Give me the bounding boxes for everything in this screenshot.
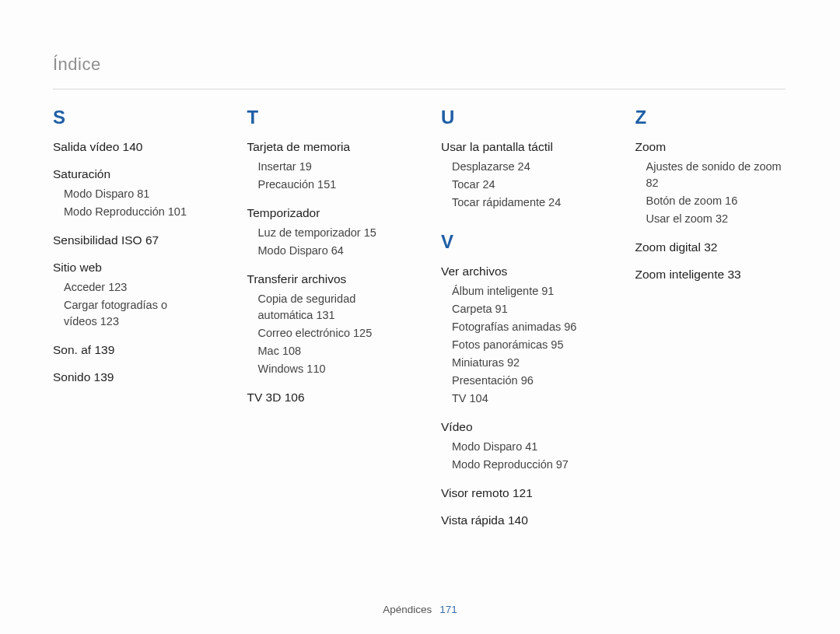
index-sub-item: Botón de zoom 16: [646, 193, 786, 209]
index-topic: Zoom: [635, 139, 786, 156]
index-topic-label: Temporizador: [247, 206, 320, 219]
index-topic: Sitio web: [53, 260, 204, 276]
index-topic: Usar la pantalla táctil: [441, 139, 592, 156]
index-topic: Sensibilidad ISO 67: [53, 233, 204, 249]
index-sub-item: Presentación 96: [452, 373, 592, 389]
index-sub-page: 41: [522, 440, 537, 453]
index-sub-item: Copia de seguridad automática 131: [258, 291, 398, 324]
index-sub-item: TV 104: [452, 391, 592, 407]
index-sub-label: Acceder: [64, 281, 105, 293]
index-sub-item: Usar el zoom 32: [646, 211, 786, 227]
index-sub-page: 24: [479, 178, 495, 191]
index-sub-list: Modo Disparo 81Modo Reproducción 101: [64, 186, 204, 220]
index-sub-page: 91: [538, 285, 554, 297]
index-topic-label: Zoom digital: [635, 240, 701, 254]
index-sub-label: Desplazarse: [452, 160, 515, 173]
index-topic: Vista rápida 140: [441, 513, 592, 529]
index-sub-page: 104: [467, 392, 488, 405]
index-sub-label: Botón de zoom: [646, 194, 723, 207]
index-column: ZZoomAjustes de sonido de zoom 82Botón d…: [635, 107, 786, 540]
index-topic-label: Sitio web: [53, 261, 102, 274]
index-sub-label: Insertar: [258, 160, 296, 173]
index-sub-label: Miniaturas: [452, 356, 504, 369]
index-topic-label: Vista rápida: [441, 513, 505, 527]
index-topic-page: 139: [90, 370, 114, 384]
index-sub-label: Windows: [258, 363, 304, 375]
index-page: Índice SSalida vídeo 140SaturaciónModo D…: [0, 0, 840, 634]
index-sub-list: Desplazarse 24Tocar 24Tocar rápidamente …: [452, 159, 592, 211]
index-sub-item: Ajustes de sonido de zoom 82: [646, 159, 786, 191]
index-sub-item: Tocar 24: [452, 177, 592, 193]
page-title: Índice: [53, 54, 786, 75]
index-sub-page: 81: [134, 187, 149, 200]
index-sub-item: Fotografías animadas 96: [452, 319, 592, 335]
index-sub-page: 32: [712, 212, 728, 225]
index-topic-page: 121: [509, 486, 533, 499]
footer-page-number: 171: [439, 604, 457, 615]
index-topic: Tarjeta de memoria: [247, 139, 398, 156]
index-sub-list: Acceder 123Cargar fotogradías o vídeos 1…: [64, 279, 204, 330]
index-sub-page: 15: [361, 226, 376, 239]
index-sub-label: Modo Disparo: [258, 244, 328, 257]
index-topic: Sonido 139: [53, 370, 204, 386]
index-sub-page: 101: [165, 205, 187, 218]
index-topic-label: Zoom: [635, 140, 667, 153]
index-sub-item: Modo Reproducción 97: [452, 457, 592, 473]
index-topic-label: Sensibilidad ISO: [53, 233, 142, 247]
index-topic-label: TV 3D: [247, 391, 282, 404]
index-topic-page: 140: [505, 513, 528, 527]
index-topic: Transferir archivos: [247, 271, 398, 288]
index-sub-list: Copia de seguridad automática 131Correo …: [258, 291, 398, 377]
index-sub-label: Mac: [258, 345, 279, 357]
index-sub-item: Windows 110: [258, 361, 398, 377]
index-sub-label: Presentación: [452, 374, 518, 387]
index-topic: Saturación: [53, 166, 204, 183]
index-topic: Ver archivos: [441, 264, 592, 280]
index-sub-page: 125: [350, 327, 372, 339]
index-sub-item: Desplazarse 24: [452, 159, 592, 175]
index-letter-heading: V: [441, 231, 592, 253]
index-topic: Zoom inteligente 33: [635, 267, 786, 283]
index-sub-label: Correo electrónico: [258, 327, 350, 339]
index-sub-label: Álbum inteligente: [452, 285, 538, 297]
index-letter-heading: U: [441, 107, 592, 128]
index-sub-list: Ajustes de sonido de zoom 82Botón de zoo…: [646, 159, 786, 227]
index-sub-label: Modo Disparo: [64, 187, 134, 200]
index-topic-label: Visor remoto: [441, 486, 509, 499]
index-topic: Vídeo: [441, 419, 592, 436]
index-sub-page: 91: [492, 303, 508, 315]
index-topic: TV 3D 106: [247, 390, 398, 406]
index-topic: Visor remoto 121: [441, 485, 592, 502]
index-letter-heading: S: [53, 107, 204, 128]
index-sub-item: Modo Reproducción 101: [64, 204, 204, 220]
index-sub-item: Tocar rápidamente 24: [452, 194, 592, 211]
index-topic: Son. af 139: [53, 342, 204, 359]
index-topic: Salida vídeo 140: [53, 139, 204, 156]
index-sub-page: 24: [515, 160, 530, 173]
index-sub-page: 19: [296, 160, 312, 173]
index-sub-page: 97: [553, 458, 569, 471]
index-letter-heading: Z: [635, 107, 786, 128]
index-column: TTarjeta de memoriaInsertar 19Precaución…: [247, 107, 398, 540]
index-topic-label: Transferir archivos: [247, 272, 347, 285]
index-sub-label: Tocar rápidamente: [452, 196, 545, 208]
index-sub-page: 95: [548, 338, 563, 351]
index-sub-label: Tocar: [452, 178, 479, 191]
index-sub-item: Insertar 19: [258, 159, 398, 175]
index-sub-label: Carpeta: [452, 303, 492, 315]
index-topic-label: Son. af: [53, 343, 91, 356]
index-sub-list: Modo Disparo 41Modo Reproducción 97: [452, 439, 592, 473]
index-sub-label: Modo Reproducción: [64, 205, 165, 218]
index-sub-label: Copia de seguridad automática: [258, 292, 356, 321]
index-sub-item: Acceder 123: [64, 279, 204, 296]
index-sub-label: Fotos panorámicas: [452, 338, 548, 351]
index-sub-item: Precaución 151: [258, 177, 398, 193]
index-topic-page: 139: [91, 343, 114, 356]
index-topic-page: 67: [142, 233, 159, 247]
index-column: SSalida vídeo 140SaturaciónModo Disparo …: [53, 107, 204, 540]
index-sub-page: 131: [313, 309, 334, 321]
index-topic-page: 33: [724, 268, 741, 281]
index-sub-page: 64: [328, 244, 344, 257]
index-topic-label: Zoom inteligente: [635, 268, 725, 281]
index-topic: Zoom digital 32: [635, 240, 786, 256]
